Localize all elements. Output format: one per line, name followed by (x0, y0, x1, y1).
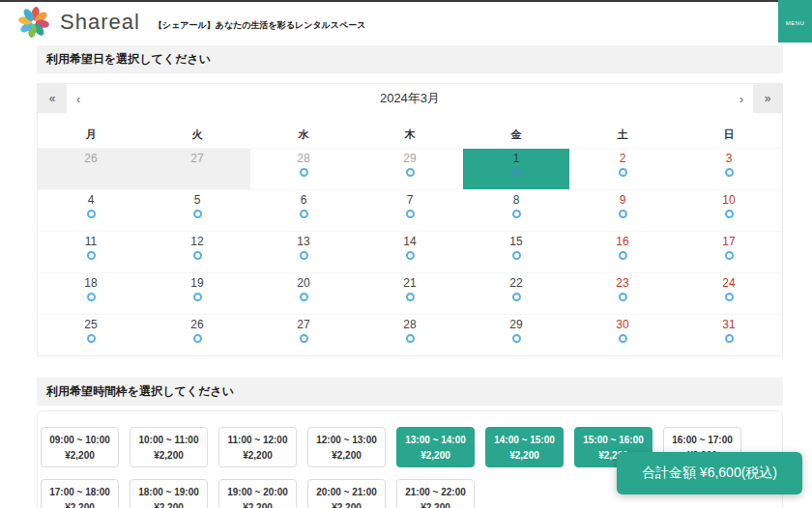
day-number: 5 (144, 193, 250, 208)
availability-circle-icon (406, 168, 415, 177)
calendar-day-cell[interactable]: 29 (357, 149, 463, 189)
time-slot-button[interactable]: 18:00 ~ 19:00¥2,200 (130, 479, 208, 508)
time-slot-button[interactable]: 20:00 ~ 21:00¥2,200 (307, 479, 386, 508)
availability-circle-icon (512, 168, 521, 177)
time-slot-button[interactable]: 11:00 ~ 12:00¥2,200 (218, 427, 297, 467)
calendar-week-row: 11121314151617 (38, 231, 782, 272)
weekday-label: 火 (144, 127, 250, 142)
availability-circle-icon (725, 251, 734, 260)
next-year-button[interactable]: » (753, 84, 782, 113)
day-number: 19 (144, 276, 250, 291)
availability-circle-icon (87, 251, 96, 260)
day-number: 22 (463, 276, 569, 291)
time-slot-button[interactable]: 09:00 ~ 10:00¥2,200 (41, 427, 119, 467)
calendar-day-cell[interactable]: 16 (569, 232, 676, 272)
total-amount-badge: 合計金額 ¥6,600(税込) (617, 452, 802, 494)
availability-circle-icon (406, 251, 415, 260)
day-number: 1 (463, 152, 569, 166)
availability-circle-icon (406, 293, 415, 301)
calendar: « ‹ 2024年3月 › » 月火水木金土日 2627282912345678… (37, 83, 783, 356)
slot-price: ¥2,200 (243, 450, 273, 461)
calendar-day-cell[interactable]: 22 (463, 273, 569, 314)
day-number: 17 (676, 235, 782, 249)
time-slot-button[interactable]: 21:00 ~ 22:00¥2,200 (396, 479, 475, 508)
time-slot-button[interactable]: 17:00 ~ 18:00¥2,200 (41, 479, 119, 508)
calendar-day-cell[interactable]: 4 (38, 190, 144, 231)
day-number: 13 (250, 235, 357, 249)
slot-time: 14:00 ~ 15:00 (494, 435, 555, 445)
weekday-label: 木 (357, 127, 463, 142)
slot-price: ¥2,200 (509, 450, 539, 461)
total-amount-label: 合計金額 ¥6,600(税込) (642, 465, 777, 482)
calendar-day-cell[interactable]: 8 (463, 190, 569, 231)
slot-time: 19:00 ~ 20:00 (227, 487, 288, 497)
time-slot-button[interactable]: 12:00 ~ 13:00¥2,200 (307, 427, 386, 467)
day-number: 3 (676, 152, 782, 166)
calendar-day-cell[interactable]: 9 (569, 190, 676, 231)
day-number: 21 (357, 276, 463, 291)
calendar-day-cell[interactable]: 13 (250, 232, 357, 272)
calendar-day-cell[interactable]: 30 (569, 315, 676, 355)
calendar-day-cell[interactable]: 11 (38, 232, 144, 272)
calendar-day-cell[interactable]: 28 (250, 149, 357, 189)
day-number: 12 (144, 235, 250, 249)
calendar-day-cell[interactable]: 29 (463, 315, 569, 355)
date-section-title: 利用希望日を選択してください (37, 45, 783, 73)
time-slot-button[interactable]: 14:00 ~ 15:00¥2,200 (485, 427, 564, 467)
calendar-day-cell[interactable]: 7 (357, 190, 463, 231)
month-label: 2024年3月 (380, 90, 440, 107)
calendar-day-cell[interactable]: 10 (676, 190, 782, 231)
time-section-title: 利用希望時間枠を選択してください (37, 378, 783, 406)
day-number: 11 (38, 235, 144, 249)
brand-tagline: 【シェアール】あなたの生活を彩るレンタルスペース (154, 19, 366, 32)
day-number: 24 (676, 276, 782, 291)
availability-circle-icon (406, 334, 415, 343)
calendar-day-cell[interactable]: 14 (357, 232, 463, 272)
day-number: 31 (676, 318, 782, 332)
time-slot-button[interactable]: 10:00 ~ 11:00¥2,200 (130, 427, 208, 467)
availability-circle-icon (512, 210, 521, 218)
calendar-nav-center: ‹ 2024年3月 › (67, 84, 753, 113)
slot-time: 21:00 ~ 22:00 (405, 487, 466, 497)
calendar-day-cell[interactable]: 20 (250, 273, 357, 314)
calendar-day-cell[interactable]: 18 (38, 273, 144, 314)
menu-label: MENU (786, 20, 805, 26)
day-number: 6 (250, 193, 357, 208)
calendar-day-cell[interactable]: 19 (144, 273, 250, 314)
calendar-day-cell[interactable]: 3 (676, 149, 782, 189)
calendar-day-cell[interactable]: 6 (250, 190, 357, 231)
calendar-day-cell[interactable]: 12 (144, 232, 250, 272)
slot-time: 17:00 ~ 18:00 (49, 487, 110, 497)
calendar-day-cell[interactable]: 27 (250, 315, 357, 355)
calendar-day-cell[interactable]: 24 (676, 273, 782, 314)
day-number: 28 (357, 318, 463, 332)
time-slot-button[interactable]: 13:00 ~ 14:00¥2,200 (396, 427, 475, 467)
availability-circle-icon (725, 293, 734, 301)
calendar-day-cell[interactable]: 31 (676, 315, 782, 355)
prev-year-button[interactable]: « (38, 84, 67, 113)
calendar-week-row: 25262728293031 (38, 314, 782, 355)
calendar-day-cell[interactable]: 1 (463, 149, 569, 189)
site-header: Shareal 【シェアール】あなたの生活を彩るレンタルスペース MENU (0, 2, 812, 42)
next-month-button[interactable]: › (730, 84, 753, 113)
prev-month-button[interactable]: ‹ (67, 84, 90, 113)
menu-button[interactable]: MENU (778, 0, 812, 42)
weekday-label: 土 (569, 127, 676, 142)
calendar-day-cell[interactable]: 26 (144, 315, 250, 355)
calendar-day-cell[interactable]: 25 (38, 315, 144, 355)
calendar-day-cell[interactable]: 5 (144, 190, 250, 231)
calendar-week-row: 26272829123 (38, 148, 782, 189)
availability-circle-icon (300, 334, 308, 343)
calendar-day-cell[interactable]: 17 (676, 232, 782, 272)
calendar-week-row: 18192021222324 (38, 272, 782, 314)
slot-time: 15:00 ~ 16:00 (583, 435, 644, 445)
calendar-day-cell[interactable]: 28 (357, 315, 463, 355)
slot-time: 10:00 ~ 11:00 (139, 435, 199, 445)
calendar-day-cell[interactable]: 15 (463, 232, 569, 272)
slot-price: ¥2,200 (154, 502, 184, 508)
day-number: 26 (38, 152, 144, 166)
calendar-day-cell[interactable]: 21 (357, 273, 463, 314)
calendar-day-cell[interactable]: 2 (569, 149, 676, 189)
time-slot-button[interactable]: 19:00 ~ 20:00¥2,200 (218, 479, 297, 508)
calendar-day-cell[interactable]: 23 (569, 273, 676, 314)
